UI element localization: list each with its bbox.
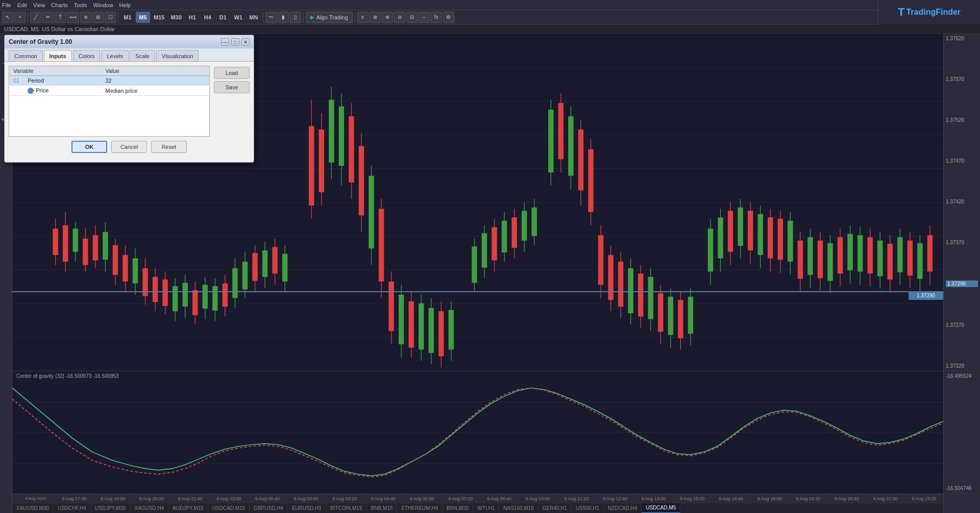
tab-wti-h1[interactable]: WTI,H1	[473, 503, 499, 514]
load-button[interactable]: Load	[214, 67, 250, 79]
indicator-svg	[12, 371, 943, 494]
indicator-chart[interactable]: Center of gravity (32) -16.500973 -16.50…	[12, 371, 943, 494]
modal-tab-inputs[interactable]: Inputs	[44, 50, 72, 61]
chart-zoom-in[interactable]: ⊕	[382, 12, 393, 23]
tab-nzdcad-h4[interactable]: NZDCAD,H4	[604, 503, 642, 514]
svg-rect-133	[758, 214, 763, 255]
time-tick: 9 Aug 06:00	[403, 496, 442, 501]
svg-rect-3	[63, 225, 68, 262]
modal-tab-common[interactable]: Common	[9, 50, 43, 61]
price-level: 1.37370	[946, 240, 978, 245]
auto-scroll-btn[interactable]: ↔	[419, 12, 430, 23]
time-tick: 9 Aug 02:00	[287, 496, 326, 501]
logo-icon: T	[898, 6, 904, 19]
shape-tool[interactable]: ☐	[105, 12, 116, 23]
tab-audjpy-m15[interactable]: AUDJPY,M15	[168, 503, 208, 514]
cursor-tool[interactable]: ↖	[2, 12, 13, 23]
pencil-tool[interactable]: ✏	[42, 12, 54, 23]
cross-tool[interactable]: +	[14, 12, 26, 23]
tab-ger40-h1[interactable]: GER40,H1	[538, 503, 572, 514]
fib-tool[interactable]: ≋	[80, 12, 91, 23]
menu-help[interactable]: Help	[119, 2, 131, 8]
row-value-period[interactable]: 32	[101, 76, 209, 86]
modal-tab-visualization[interactable]: Visualization	[156, 50, 199, 61]
tf-mn[interactable]: MN	[247, 12, 261, 23]
chart-zoom-out[interactable]: ⊖	[394, 12, 405, 23]
menu-view[interactable]: View	[33, 2, 45, 8]
pattern-tool[interactable]: ⊞	[92, 12, 104, 23]
grid-btn[interactable]: ⊟	[406, 12, 418, 23]
menu-charts[interactable]: Charts	[51, 2, 67, 8]
table-row-period[interactable]: 01 Period 32	[9, 76, 210, 86]
indicators-btn[interactable]: fx	[431, 12, 442, 23]
tab-nas100-m15[interactable]: NAS100,M15	[499, 503, 538, 514]
ok-button[interactable]: OK	[71, 141, 107, 153]
tf-m30[interactable]: M30	[168, 12, 184, 23]
svg-rect-125	[718, 217, 723, 258]
chart-candle-btn[interactable]: ▯	[290, 12, 301, 23]
modal-tab-colors[interactable]: Colors	[73, 50, 101, 61]
indicator-label: Center of gravity (32) -16.500973 -16.50…	[16, 373, 119, 379]
tf-d1[interactable]: D1	[216, 12, 230, 23]
settings-btn[interactable]: ⚙	[443, 12, 454, 23]
measure-tool[interactable]: ⟺	[67, 12, 79, 23]
indicator-level-bottom: -16.504746	[946, 485, 978, 491]
svg-rect-49	[309, 126, 314, 206]
svg-rect-101	[588, 149, 593, 212]
price-level: 1.37520	[946, 117, 978, 123]
tab-bnb-m15[interactable]: BNB,M15	[367, 503, 398, 514]
modal-tab-scale[interactable]: Scale	[130, 50, 155, 61]
depth-btn[interactable]: ⊗	[370, 12, 381, 23]
axis-tab-spacer	[944, 503, 980, 513]
chart-line-btn[interactable]: 〜	[265, 12, 277, 23]
tf-m5[interactable]: M5	[136, 12, 150, 23]
menu-file[interactable]: File	[2, 2, 11, 8]
table-row-price[interactable]: Price Median price	[9, 86, 210, 96]
tab-usdchf-h4[interactable]: USDCHF,H4	[54, 503, 91, 514]
svg-rect-21	[153, 277, 158, 302]
modal-maximize-btn[interactable]: □	[231, 38, 239, 45]
tab-ethereum-h4[interactable]: ETHEREUM,H4	[397, 503, 443, 514]
tf-w1[interactable]: W1	[231, 12, 246, 23]
chart-info-bar: USDCAD, M5: US Dollar vs Canadian Dollar	[0, 24, 980, 34]
tf-m1[interactable]: M1	[120, 12, 135, 23]
time-tick: 9 Aug 20:40	[827, 496, 866, 501]
tab-gbpusd-h4[interactable]: GBPUSD,H4	[250, 503, 288, 514]
menu-tools[interactable]: Tools	[74, 2, 87, 8]
line-tool[interactable]: ╱	[30, 12, 41, 23]
tab-eurusd-h1[interactable]: EURUSD,H1	[288, 503, 326, 514]
algo-trading-btn[interactable]: ▶ Algo Trading	[306, 12, 353, 23]
tab-xagusd-h4[interactable]: XAGUSD,H4	[130, 503, 168, 514]
chart-bar-btn[interactable]: ▮	[278, 12, 289, 23]
svg-rect-143	[807, 237, 813, 275]
tab-usdcad-m5[interactable]: USDCAD,M5	[642, 503, 680, 514]
modal-tab-levels[interactable]: Levels	[101, 50, 129, 61]
svg-rect-65	[388, 281, 394, 331]
tab-bitcoin-m15[interactable]: BITCOIN,M15	[326, 503, 367, 514]
tf-m15[interactable]: M15	[151, 12, 167, 23]
save-button[interactable]: Save	[214, 81, 250, 93]
tf-h1[interactable]: H1	[185, 12, 200, 23]
svg-rect-67	[399, 295, 404, 344]
modal-close-btn[interactable]: ✕	[241, 38, 250, 45]
modal-minimize-btn[interactable]: —	[221, 38, 229, 45]
tf-h4[interactable]: H4	[201, 12, 215, 23]
cancel-button[interactable]: Cancel	[111, 141, 147, 153]
svg-rect-163	[908, 241, 913, 276]
tab-usdjpy-m30[interactable]: USDJPY,M30	[91, 503, 130, 514]
orders-btn[interactable]: ≡	[357, 12, 369, 23]
tab-usdcad-m15[interactable]: USDCAD,M15	[208, 503, 250, 514]
svg-rect-79	[472, 246, 477, 283]
svg-rect-31	[203, 285, 208, 309]
tab-brn-m30[interactable]: BRN,M30	[443, 503, 473, 514]
sep4	[303, 12, 304, 22]
svg-rect-1	[53, 228, 58, 255]
svg-rect-113	[648, 277, 653, 319]
tab-xauusd-m30[interactable]: XAUUSD,M30	[12, 503, 54, 514]
menu-edit[interactable]: Edit	[17, 2, 27, 8]
tab-us500-h1[interactable]: US500,H1	[572, 503, 604, 514]
row-num-price	[9, 86, 24, 96]
text-tool[interactable]: T	[55, 12, 66, 23]
menu-window[interactable]: Window	[93, 2, 113, 8]
reset-button[interactable]: Reset	[151, 141, 187, 153]
